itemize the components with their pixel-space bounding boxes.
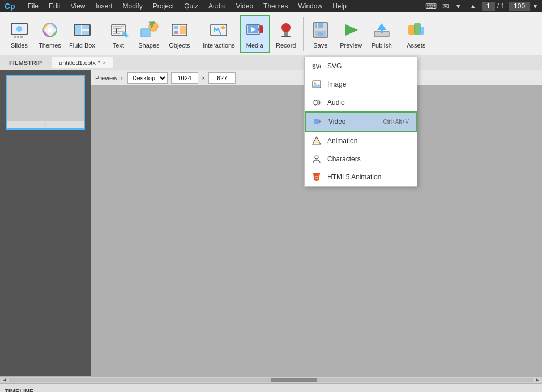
assets-icon xyxy=(406,19,427,41)
slide-thumbnail-1[interactable]: 1 xyxy=(6,75,85,130)
dropdown-item-svg[interactable]: SVG SVG xyxy=(305,57,417,75)
svg-rect-9 xyxy=(75,25,81,35)
shapes-icon xyxy=(138,19,160,41)
svg-point-7 xyxy=(48,28,52,32)
scroll-track[interactable] xyxy=(9,378,533,382)
menu-edit[interactable]: Edit xyxy=(44,1,65,11)
app-logo: Cp xyxy=(2,2,18,11)
svg-rect-25 xyxy=(180,26,186,34)
fluid-box-label: Fluid Box xyxy=(69,42,95,49)
fluid-box-icon xyxy=(71,19,93,41)
dropdown-animation-label: Animation xyxy=(327,137,410,145)
menu-quiz[interactable]: Quiz xyxy=(180,1,203,11)
svg-point-27 xyxy=(221,26,225,29)
document-modified-indicator: * xyxy=(98,59,100,66)
toolbar-record[interactable]: Record xyxy=(271,15,301,53)
save-label: Save xyxy=(313,42,327,49)
svg-icon: SVG xyxy=(311,61,322,71)
menu-themes[interactable]: Themes xyxy=(259,1,292,11)
menu-help[interactable]: Help xyxy=(328,1,351,11)
toolbar-shapes[interactable]: Shapes xyxy=(134,15,164,53)
toolbar-publish[interactable]: Publish xyxy=(367,15,396,53)
svg-rect-38 xyxy=(315,23,323,28)
dropdown-item-video[interactable]: Video Ctrl+Alt+V xyxy=(305,111,417,132)
record-label: Record xyxy=(276,42,296,49)
svg-rect-49 xyxy=(420,27,424,35)
menu-project[interactable]: Project xyxy=(148,1,178,11)
dimension-separator: × xyxy=(202,75,205,81)
toolbar-slides[interactable]: Slides xyxy=(5,15,34,53)
horizontal-scrollbar[interactable]: ◀ ▶ xyxy=(0,376,542,383)
dropdown-item-animation[interactable]: Animation xyxy=(305,132,417,150)
tabbar: FILMSTRIP untitled1.cptx * × xyxy=(0,55,542,70)
svg-rect-5 xyxy=(20,36,23,38)
arrow-up-icon[interactable]: ▲ xyxy=(470,2,476,10)
svg-rect-63 xyxy=(315,176,318,177)
filmstrip-tab-label: FILMSTRIP xyxy=(2,57,49,68)
save-icon xyxy=(310,19,331,41)
dropdown-item-characters[interactable]: Characters xyxy=(305,150,417,168)
keyboard-icon[interactable]: ⌨ xyxy=(425,2,437,11)
themes-icon xyxy=(39,19,61,41)
menu-file[interactable]: File xyxy=(23,1,43,11)
email-icon[interactable]: ✉ xyxy=(442,2,449,11)
image-icon xyxy=(311,79,322,89)
preview-label: Preview xyxy=(340,42,362,49)
publish-icon xyxy=(371,19,392,41)
text-tool-icon: T xyxy=(108,19,129,41)
timeline-bar: TIMELINE xyxy=(0,383,542,392)
svg-rect-56 xyxy=(314,119,319,124)
dropdown-item-image[interactable]: Image xyxy=(305,75,417,93)
zoom-dropdown-icon[interactable]: ▼ xyxy=(532,2,539,10)
menu-modify[interactable]: Modify xyxy=(118,1,147,11)
arrow-down-icon[interactable]: ▼ xyxy=(455,2,462,10)
preview-mode-select[interactable]: Desktop Mobile Tablet xyxy=(127,72,168,84)
menu-window[interactable]: Window xyxy=(293,1,327,11)
svg-rect-11 xyxy=(82,31,89,35)
toolbar-text[interactable]: T Text xyxy=(104,15,133,53)
svg-point-60 xyxy=(315,156,318,159)
svg-rect-46 xyxy=(381,30,383,33)
scroll-thumb[interactable] xyxy=(271,378,317,382)
svg-rect-64 xyxy=(315,178,318,179)
dropdown-html5-label: HTML5 Animation xyxy=(327,173,410,181)
preview-width-input[interactable] xyxy=(171,72,198,84)
menu-insert[interactable]: Insert xyxy=(91,1,117,11)
slides-icon xyxy=(8,19,30,41)
dropdown-video-shortcut: Ctrl+Alt+V xyxy=(383,119,409,125)
main-layout: 1 Preview in Desktop Mobile Tablet × xyxy=(0,70,542,376)
objects-label: Objects xyxy=(169,42,190,49)
toolbar-objects[interactable]: Objects xyxy=(165,15,194,53)
dropdown-video-label: Video xyxy=(328,118,377,126)
menu-audio[interactable]: Audio xyxy=(204,1,231,11)
toolbar-interactions[interactable]: Interactions xyxy=(199,15,238,53)
svg-rect-36 xyxy=(281,36,291,37)
document-tab[interactable]: untitled1.cptx * × xyxy=(52,57,113,68)
scroll-right-arrow[interactable]: ▶ xyxy=(534,377,541,384)
assets-label: Assets xyxy=(407,42,425,49)
dropdown-svg-label: SVG xyxy=(327,62,410,70)
interactions-label: Interactions xyxy=(203,42,235,49)
menubar: Cp File Edit View Insert Modify Project … xyxy=(0,0,542,12)
media-dropdown-menu: SVG SVG Image Audio xyxy=(304,57,417,187)
dropdown-item-audio[interactable]: Audio xyxy=(305,93,417,111)
media-icon xyxy=(244,19,266,41)
characters-icon xyxy=(311,154,322,164)
dropdown-item-html5[interactable]: HTML5 Animation xyxy=(305,168,417,186)
interactions-icon xyxy=(208,19,229,41)
menu-view[interactable]: View xyxy=(66,1,90,11)
toolbar-assets[interactable]: Assets xyxy=(402,15,431,53)
document-tab-name: untitled1.cptx xyxy=(59,59,96,66)
toolbar-fluid-box[interactable]: Fluid Box xyxy=(66,15,99,53)
tab-close-button[interactable]: × xyxy=(103,60,106,66)
toolbar-media[interactable]: Media xyxy=(240,15,270,53)
preview-height-input[interactable] xyxy=(208,72,236,84)
toolbar-themes[interactable]: Themes xyxy=(35,15,65,53)
toolbar: Slides Themes Fluid Box xyxy=(0,12,542,55)
scroll-left-arrow[interactable]: ◀ xyxy=(1,377,8,384)
toolbar-preview[interactable]: Preview xyxy=(336,15,366,53)
menu-video[interactable]: Video xyxy=(232,1,258,11)
toolbar-save[interactable]: Save xyxy=(306,15,335,53)
dropdown-characters-label: Characters xyxy=(327,155,410,163)
page-separator: / 1 xyxy=(497,2,505,10)
